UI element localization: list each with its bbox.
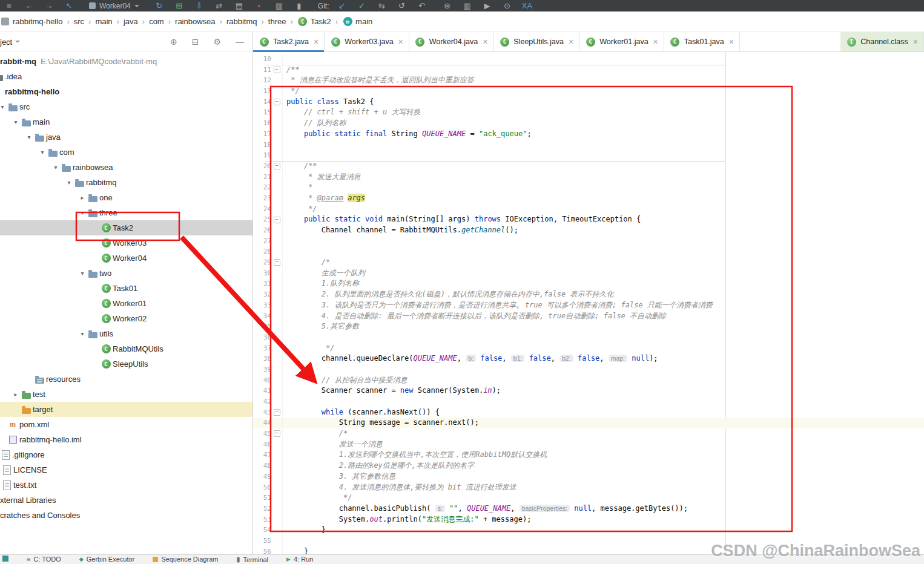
breadcrumb-item-main[interactable]: main xyxy=(95,17,112,26)
breadcrumb-item-rabbitmq[interactable]: rabbitmq xyxy=(226,17,257,26)
code-line-24[interactable]: 24 */ xyxy=(253,204,924,215)
tree-item-two[interactable]: ▾two xyxy=(0,266,252,281)
line-number[interactable]: 38 xyxy=(253,353,271,364)
tree-item-idea[interactable]: .idea xyxy=(0,69,252,84)
line-number[interactable]: 39 xyxy=(253,364,271,375)
profile-icon[interactable]: ▮ xyxy=(294,0,305,11)
breadcrumb-item-rabbitmq-hello[interactable]: rabbitmq-hello xyxy=(13,17,62,26)
close-tab-icon[interactable]: × xyxy=(569,37,573,47)
breadcrumb-item-three[interactable]: three xyxy=(268,17,286,26)
tree-item-worker03[interactable]: CWorker03 xyxy=(0,235,252,251)
tree-item-test-txt[interactable]: test.txt xyxy=(0,477,252,493)
code-line-23[interactable]: 23 * @param args xyxy=(253,193,924,204)
tab-worker04-java[interactable]: CWorker04.java× xyxy=(409,32,494,51)
code-line-33[interactable]: 33 3. 该队列是否只为一个消费者进行消费，是否进行消息共享, true 可以… xyxy=(253,300,924,311)
line-number[interactable]: 52 xyxy=(253,503,271,514)
line-number[interactable]: 27 xyxy=(253,236,271,247)
bottom-app-toolwindow-button[interactable] xyxy=(2,556,8,562)
settings-icon[interactable]: ⚙ xyxy=(213,37,221,47)
tab-task2-java[interactable]: CTask2.java× xyxy=(253,32,325,51)
jump-to-navigation-icon[interactable]: ↖ xyxy=(64,0,74,11)
chevron-down-icon[interactable]: ▾ xyxy=(24,134,34,140)
maven-reimport-icon[interactable]: ↻ xyxy=(154,0,165,11)
code-line-34[interactable]: 34 4. 是否自动删除: 最后一个消费者断开连接以后，该队列是否删除, tru… xyxy=(253,311,924,322)
tree-item-resources[interactable]: resources xyxy=(0,372,252,387)
code-line-43[interactable]: 43− while (scanner.hasNext()) { xyxy=(253,407,924,418)
code-line-35[interactable]: 35 5.其它参数 xyxy=(253,321,924,332)
line-number[interactable]: 51 xyxy=(253,493,271,503)
tree-item-rabbitmq-hello-iml[interactable]: rabbitmq-hello.iml xyxy=(0,432,252,447)
code-line-54[interactable]: 54 } xyxy=(253,525,924,536)
back-icon[interactable]: ← xyxy=(24,0,35,11)
profiler-icon[interactable]: ▥ xyxy=(461,0,472,11)
tree-item-rabbitmqutils[interactable]: CRabbitMQUtils xyxy=(0,341,252,356)
line-number[interactable]: 42 xyxy=(253,396,271,407)
line-number[interactable]: 53 xyxy=(253,514,271,525)
breadcrumb-item-rainbowsea[interactable]: rainbowsea xyxy=(175,17,216,26)
line-number[interactable]: 17 xyxy=(253,129,271,140)
tree-item-worker01[interactable]: CWorker01 xyxy=(0,296,252,311)
line-number[interactable]: 29 xyxy=(253,257,271,268)
collapse-all-icon[interactable]: ⊟ xyxy=(192,37,199,47)
tree-item-test[interactable]: ▸test xyxy=(0,387,252,402)
line-number[interactable]: 14 xyxy=(253,97,271,108)
tree-item-task2[interactable]: CTask2 xyxy=(0,220,252,235)
code-line-51[interactable]: 51 */ xyxy=(253,493,924,503)
code-line-38[interactable]: 38 channel.queueDeclare(QUEUE_NAME, b: f… xyxy=(253,353,924,364)
fold-icon[interactable]: − xyxy=(271,65,283,76)
tree-item-target[interactable]: target xyxy=(0,402,252,417)
line-number[interactable]: 41 xyxy=(253,385,271,396)
code-line-12[interactable]: 12 * 消息在手动改应答时是不丢失，返回队列当中重新应答 xyxy=(253,75,924,86)
code-line-29[interactable]: 29− /* xyxy=(253,257,924,268)
locate-icon[interactable]: ⊕ xyxy=(170,37,177,47)
line-number[interactable]: 49 xyxy=(253,471,271,482)
chevron-down-icon[interactable]: ▾ xyxy=(11,119,21,125)
line-number[interactable]: 44 xyxy=(253,418,271,428)
tab-worker01-java[interactable]: CWorker01.java× xyxy=(579,32,664,51)
journal-icon[interactable]: ▤ xyxy=(234,0,245,11)
line-number[interactable]: 19 xyxy=(253,150,271,161)
code-line-53[interactable]: 53 System.out.println("发送消息完成:" + messag… xyxy=(253,514,924,525)
sync-icon[interactable]: ⇄ xyxy=(214,0,225,11)
chevron-down-icon[interactable]: ▾ xyxy=(78,330,87,337)
line-number[interactable]: 25 xyxy=(253,214,271,225)
tree-item-rabbitmq-hello[interactable]: rabbitmq-hello xyxy=(0,84,252,99)
line-number[interactable]: 21 xyxy=(253,172,271,183)
tree-item-rainbowsea[interactable]: ▾rainbowsea xyxy=(0,160,252,175)
code-line-41[interactable]: 41 Scanner scanner = new Scanner(System.… xyxy=(253,385,924,396)
git-rollback-icon[interactable]: ↶ xyxy=(416,0,427,11)
line-number[interactable]: 37 xyxy=(253,343,271,354)
tree-item-one[interactable]: ▸one xyxy=(0,190,252,205)
tab-channel-class[interactable]: IChannel.class× xyxy=(840,32,924,51)
chevron-down-icon[interactable]: ▾ xyxy=(38,149,47,156)
git-history-icon[interactable]: ↺ xyxy=(396,0,407,11)
statistics-icon[interactable]: ▥ xyxy=(274,0,285,11)
code-line-55[interactable]: 55 xyxy=(253,536,924,546)
line-number[interactable]: 22 xyxy=(253,182,271,193)
code-line-27[interactable]: 27 xyxy=(253,236,924,247)
line-number[interactable]: 10 xyxy=(253,54,271,65)
chevron-down-icon[interactable]: ▾ xyxy=(78,209,87,216)
code-line-36[interactable]: 36 xyxy=(253,332,924,343)
code-editor[interactable]: 1011−/**12 * 消息在手动改应答时是不丢失，返回队列当中重新应答13 … xyxy=(253,52,924,556)
tools-icon[interactable]: ⊛ xyxy=(441,0,452,11)
code-line-13[interactable]: 13 */ xyxy=(253,86,924,97)
code-line-49[interactable]: 49 3. 其它参数信息 xyxy=(253,471,924,482)
line-number[interactable]: 55 xyxy=(253,536,271,546)
code-line-32[interactable]: 32 2. 队列里面的消息是否持久化(磁盘)，默认情况消息存储在内存中,fals… xyxy=(253,289,924,300)
code-line-42[interactable]: 42 xyxy=(253,396,924,407)
sequence-diagram-toolwindow-button[interactable]: Sequence Diagram xyxy=(153,556,218,563)
line-number[interactable]: 15 xyxy=(253,107,271,118)
fold-icon[interactable]: − xyxy=(271,97,283,108)
breadcrumb-item-src[interactable]: src xyxy=(74,17,84,26)
run-toolwindow-button[interactable]: ▶4: Run xyxy=(286,556,313,563)
tree-item-rabbitmq[interactable]: ▾rabbitmq xyxy=(0,175,252,190)
code-line-18[interactable]: 18 xyxy=(253,140,924,151)
fold-icon[interactable]: − xyxy=(271,428,283,439)
build-project-icon[interactable]: ⊞ xyxy=(174,0,185,11)
tree-item-main[interactable]: ▾main xyxy=(0,114,252,130)
line-number[interactable]: 24 xyxy=(253,204,271,215)
code-line-31[interactable]: 31 1.队列名称 xyxy=(253,278,924,289)
run-config-select[interactable]: Worker04 xyxy=(87,2,142,10)
code-line-52[interactable]: 52 channel.basicPublish( s: "", QUEUE_NA… xyxy=(253,503,924,514)
